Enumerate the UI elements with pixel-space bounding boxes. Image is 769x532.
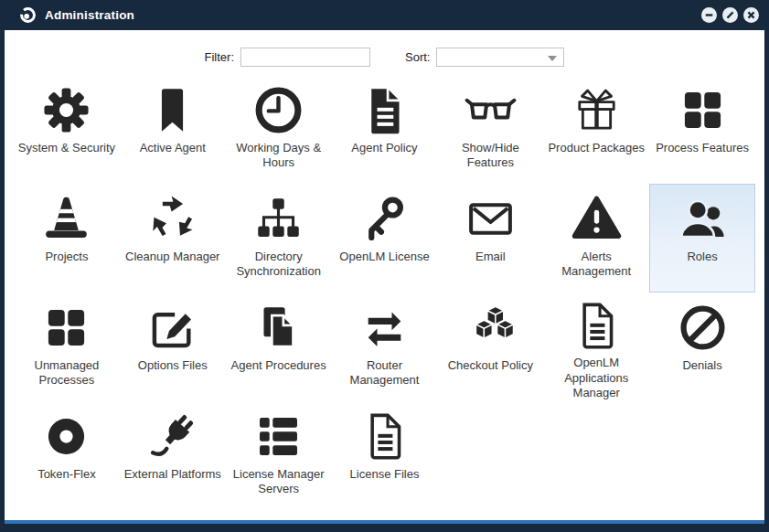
file-filled-icon — [358, 80, 411, 139]
tile-label: Options Files — [136, 358, 209, 373]
tile-projects[interactable]: Projects — [14, 184, 120, 293]
tile-openlm-applications-manager[interactable]: OpenLM Applications Manager — [543, 293, 649, 401]
cubes-icon — [465, 298, 517, 356]
administration-window: Administration — [0, 0, 769, 532]
chevron-down-icon — [548, 56, 557, 61]
bottom-accent-strip — [5, 520, 764, 524]
tile-roles[interactable]: Roles — [649, 184, 755, 293]
cone-icon — [40, 189, 92, 248]
close-icon — [743, 7, 759, 23]
tile-external-platforms[interactable]: External Platforms — [120, 401, 226, 510]
users-icon — [677, 189, 729, 248]
tile-unmanaged-processes[interactable]: Unmanaged Processes — [14, 293, 120, 401]
tile-working-days-hours[interactable]: Working Days & Hours — [226, 75, 332, 184]
window-controls — [701, 7, 759, 23]
recycle-icon — [146, 189, 198, 248]
tile-label: Cleanup Manager — [123, 250, 221, 264]
sort-select[interactable] — [436, 48, 564, 67]
clock-icon — [252, 80, 304, 139]
tile-label: Working Days & Hours — [227, 141, 331, 171]
sort-label: Sort: — [405, 50, 430, 64]
tile-process-features[interactable]: Process Features — [649, 75, 755, 184]
sitemap-icon — [252, 189, 304, 248]
minimize-button[interactable] — [701, 7, 717, 23]
copy-icon — [252, 298, 304, 356]
tile-label: Denials — [680, 358, 723, 373]
plug-icon — [146, 407, 198, 465]
envelope-icon — [465, 189, 517, 248]
tile-license-manager-servers[interactable]: License Manager Servers — [226, 401, 332, 510]
tile-label: Projects — [43, 250, 90, 264]
tile-show-hide-features[interactable]: Show/Hide Features — [437, 75, 543, 184]
tile-label: Alerts Management — [544, 250, 648, 280]
tile-label: External Platforms — [123, 467, 223, 482]
tile-directory-synchronization[interactable]: Directory Synchronization — [226, 184, 332, 293]
filter-label: Filter: — [205, 50, 235, 64]
tile-label: Checkout Policy — [446, 358, 535, 373]
tile-router-management[interactable]: Router Management — [332, 293, 438, 401]
tile-openlm-license[interactable]: OpenLM License — [332, 184, 438, 293]
tile-token-flex[interactable]: Token-Flex — [14, 401, 120, 510]
tile-label: Active Agent — [138, 141, 208, 155]
close-button[interactable] — [743, 7, 759, 23]
tile-active-agent[interactable]: Active Agent — [120, 75, 226, 184]
tile-label: Email — [474, 250, 507, 264]
tile-label: Directory Synchronization — [227, 250, 331, 280]
tile-license-files[interactable]: License Files — [332, 401, 438, 510]
file-outline-icon — [571, 298, 623, 354]
tile-agent-policy[interactable]: Agent Policy — [332, 75, 438, 184]
glasses-icon — [465, 80, 517, 139]
warning-icon — [571, 189, 623, 248]
tile-label: Roles — [685, 250, 719, 264]
tile-cleanup-manager[interactable]: Cleanup Manager — [120, 184, 226, 293]
tile-agent-procedures[interactable]: Agent Procedures — [226, 293, 332, 401]
tile-system-security[interactable]: System & Security — [14, 75, 120, 184]
grid-icon — [40, 298, 92, 356]
tile-label: License Files — [348, 467, 422, 482]
donut-icon — [40, 407, 92, 465]
gift-icon — [571, 80, 623, 139]
tile-label: Token-Flex — [36, 467, 98, 482]
minus-icon — [701, 7, 717, 23]
slash-icon — [722, 7, 738, 23]
filter-sort-toolbar: Filter: Sort: — [5, 30, 764, 72]
list-icon — [252, 407, 304, 465]
bookmark-icon — [146, 80, 198, 139]
admin-tile-grid: System & SecurityActive AgentWorking Day… — [14, 75, 755, 510]
tile-label: OpenLM License — [337, 250, 431, 264]
tile-options-files[interactable]: Options Files — [120, 293, 226, 401]
tile-label: Agent Procedures — [230, 358, 328, 373]
tile-label: OpenLM Applications Manager — [544, 356, 648, 400]
filter-input[interactable] — [240, 48, 370, 67]
edit-icon — [146, 298, 198, 356]
file-outline-icon — [358, 407, 411, 465]
disable-button[interactable] — [722, 7, 738, 23]
tile-label: System & Security — [16, 141, 117, 155]
app-logo-icon — [19, 6, 37, 24]
key-icon — [358, 189, 411, 248]
window-title: Administration — [45, 8, 134, 22]
tile-denials[interactable]: Denials — [649, 293, 755, 401]
tile-email[interactable]: Email — [437, 184, 543, 293]
tile-label: License Manager Servers — [227, 467, 331, 497]
tile-label: Unmanaged Processes — [15, 358, 119, 388]
admin-panel-content: Filter: Sort: System & SecurityActive Ag… — [5, 30, 764, 524]
grid-icon — [677, 80, 729, 139]
ban-icon — [677, 298, 729, 356]
tile-label: Agent Policy — [349, 141, 419, 155]
tile-label: Process Features — [654, 141, 751, 155]
titlebar: Administration — [0, 0, 769, 30]
exchange-icon — [358, 298, 411, 356]
tile-label: Product Packages — [546, 141, 646, 155]
tile-label: Router Management — [333, 358, 437, 388]
gear-icon — [40, 80, 92, 139]
tile-alerts-management[interactable]: Alerts Management — [543, 184, 649, 293]
tile-product-packages[interactable]: Product Packages — [543, 75, 649, 184]
tile-checkout-policy[interactable]: Checkout Policy — [437, 293, 543, 401]
tile-label: Show/Hide Features — [438, 141, 542, 171]
